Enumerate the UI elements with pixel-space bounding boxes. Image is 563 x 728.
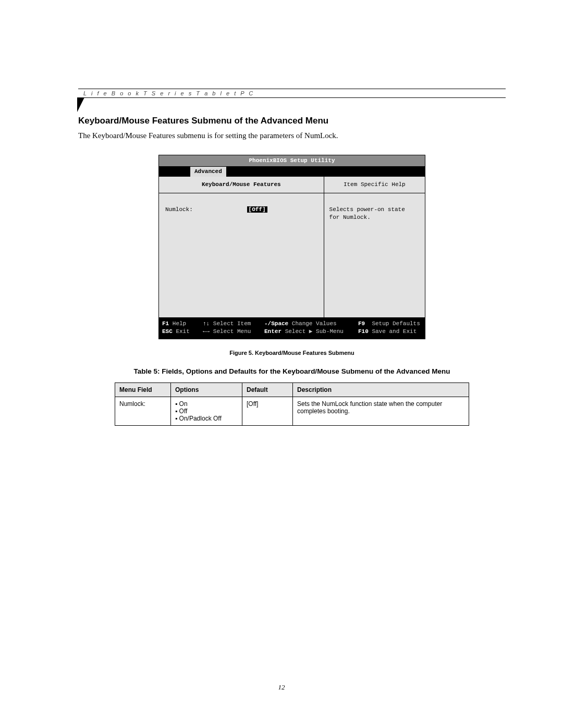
bios-help-text: Selects power-on state for Numlock. xyxy=(324,193,425,234)
page-number: 12 xyxy=(0,683,563,692)
key-f9: F9 xyxy=(358,320,365,327)
key-select-item-label: Select Item xyxy=(213,320,251,327)
arrows-updown-icon: ↑↓ xyxy=(203,320,210,327)
option-item: On xyxy=(175,400,238,408)
key-esc: ESC xyxy=(162,328,173,335)
section-title: Keyboard/Mouse Features Submenu of the A… xyxy=(78,116,506,126)
key-change-values-label: Change Values xyxy=(292,320,337,327)
bios-help-line: Selects power-on state xyxy=(329,206,420,214)
cell-default: [Off] xyxy=(242,397,293,425)
col-menu-field: Menu Field xyxy=(115,382,171,397)
bios-help-line: for Numlock. xyxy=(329,214,420,221)
option-item: On/Padlock Off xyxy=(175,415,238,422)
bios-help-header: Item Specific Help xyxy=(324,177,425,193)
figure-caption: Figure 5. Keyboard/Mouse Features Submen… xyxy=(78,350,506,356)
key-select-menu-label: Select Menu xyxy=(213,328,251,335)
bios-footer: F1 Help ↑↓ Select Item -/Space Change Va… xyxy=(159,318,425,339)
table-row: Numlock: On Off On/Padlock Off [Off] Set… xyxy=(115,397,469,425)
header-wedge-icon xyxy=(77,97,84,112)
key-esc-label: Exit xyxy=(176,328,189,335)
key-f1-label: Help xyxy=(173,320,186,327)
bios-field-numlock[interactable]: Numlock: [Off] xyxy=(165,206,317,214)
option-item: Off xyxy=(175,408,238,415)
arrows-leftright-icon: ←→ xyxy=(203,328,210,335)
bios-window: PhoenixBIOS Setup Utility Advanced Keybo… xyxy=(158,155,425,339)
col-default: Default xyxy=(242,382,293,397)
cell-options: On Off On/Padlock Off xyxy=(171,397,242,425)
key-space: -/Space xyxy=(264,320,288,327)
bios-menubar: Advanced xyxy=(159,167,425,176)
col-description: Description xyxy=(293,382,469,397)
bios-field-label: Numlock: xyxy=(165,206,243,214)
key-f9-label: Setup Defaults xyxy=(372,320,420,327)
table-header-row: Menu Field Options Default Description xyxy=(115,382,469,397)
header-product: L i f e B o o k T S e r i e s T a b l e … xyxy=(78,90,506,97)
col-options: Options xyxy=(171,382,242,397)
cell-description: Sets the NumLock function state when the… xyxy=(293,397,469,425)
key-f10: F10 xyxy=(358,328,369,335)
section-body: The Keyboard/Mouse Features submenu is f… xyxy=(78,131,506,140)
bios-submenu-title: Keyboard/Mouse Features xyxy=(159,177,324,193)
key-enter: Enter xyxy=(264,328,282,335)
key-f10-label: Save and Exit xyxy=(372,328,417,335)
bios-title: PhoenixBIOS Setup Utility xyxy=(159,155,425,167)
bios-tab-advanced[interactable]: Advanced xyxy=(190,167,226,177)
bios-field-value[interactable]: [Off] xyxy=(247,206,267,213)
cell-menu-field: Numlock: xyxy=(115,397,171,425)
fields-table: Menu Field Options Default Description N… xyxy=(115,382,469,426)
table-title: Table 5: Fields, Options and Defaults fo… xyxy=(78,367,506,375)
key-f1: F1 xyxy=(162,320,169,327)
key-submenu-label: Select ▶ Sub-Menu xyxy=(285,328,344,335)
